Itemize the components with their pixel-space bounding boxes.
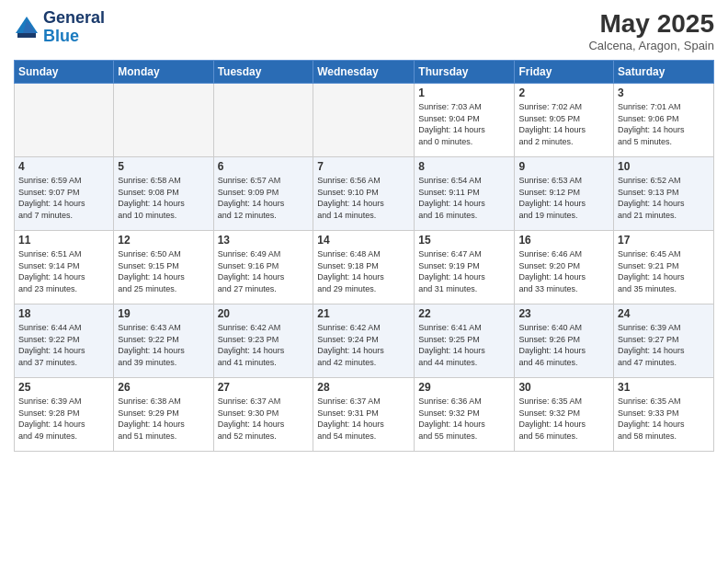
calendar-cell (213, 84, 313, 157)
day-number: 20 (218, 307, 310, 320)
day-number: 29 (418, 381, 510, 394)
day-number: 2 (518, 86, 609, 99)
calendar-week-1: 1Sunrise: 7:03 AM Sunset: 9:04 PM Daylig… (15, 84, 714, 157)
calendar-cell: 5Sunrise: 6:58 AM Sunset: 9:08 PM Daylig… (114, 157, 213, 231)
calendar-cell: 15Sunrise: 6:47 AM Sunset: 9:19 PM Dayli… (415, 231, 515, 304)
day-number: 5 (118, 160, 209, 173)
svg-rect-2 (17, 33, 36, 38)
calendar-cell: 27Sunrise: 6:37 AM Sunset: 9:30 PM Dayli… (213, 378, 313, 452)
month-title: May 2025 (588, 9, 714, 39)
day-number: 3 (618, 86, 710, 99)
day-info: Sunrise: 6:37 AM Sunset: 9:31 PM Dayligh… (317, 396, 410, 442)
day-number: 18 (18, 307, 109, 320)
day-number: 26 (118, 381, 209, 394)
calendar-cell: 22Sunrise: 6:41 AM Sunset: 9:25 PM Dayli… (415, 304, 515, 378)
day-info: Sunrise: 6:38 AM Sunset: 9:29 PM Dayligh… (118, 396, 209, 442)
day-number: 24 (618, 307, 710, 320)
calendar-cell: 13Sunrise: 6:49 AM Sunset: 9:16 PM Dayli… (213, 231, 313, 304)
calendar-week-5: 25Sunrise: 6:39 AM Sunset: 9:28 PM Dayli… (15, 378, 714, 452)
logo-text: General Blue (43, 9, 105, 46)
day-info: Sunrise: 6:46 AM Sunset: 9:20 PM Dayligh… (518, 248, 609, 294)
day-info: Sunrise: 6:37 AM Sunset: 9:30 PM Dayligh… (218, 396, 310, 442)
title-block: May 2025 Calcena, Aragon, Spain (588, 9, 714, 52)
day-info: Sunrise: 6:49 AM Sunset: 9:16 PM Dayligh… (218, 248, 310, 294)
calendar-cell: 16Sunrise: 6:46 AM Sunset: 9:20 PM Dayli… (515, 231, 614, 304)
calendar-week-4: 18Sunrise: 6:44 AM Sunset: 9:22 PM Dayli… (15, 304, 714, 378)
day-info: Sunrise: 6:44 AM Sunset: 9:22 PM Dayligh… (18, 322, 109, 368)
day-info: Sunrise: 6:58 AM Sunset: 9:08 PM Dayligh… (118, 175, 209, 221)
day-info: Sunrise: 6:47 AM Sunset: 9:19 PM Dayligh… (418, 248, 510, 294)
col-sunday: Sunday (15, 61, 114, 84)
calendar-cell: 3Sunrise: 7:01 AM Sunset: 9:06 PM Daylig… (614, 84, 714, 157)
day-number: 17 (618, 234, 710, 247)
col-friday: Friday (515, 61, 614, 84)
calendar-cell: 12Sunrise: 6:50 AM Sunset: 9:15 PM Dayli… (114, 231, 213, 304)
day-info: Sunrise: 7:03 AM Sunset: 9:04 PM Dayligh… (418, 101, 510, 147)
calendar-cell: 11Sunrise: 6:51 AM Sunset: 9:14 PM Dayli… (15, 231, 114, 304)
calendar-header-row: Sunday Monday Tuesday Wednesday Thursday… (15, 61, 714, 84)
day-number: 11 (18, 234, 109, 247)
calendar-cell: 10Sunrise: 6:52 AM Sunset: 9:13 PM Dayli… (614, 157, 714, 231)
day-number: 10 (618, 160, 710, 173)
col-saturday: Saturday (614, 61, 714, 84)
day-info: Sunrise: 6:59 AM Sunset: 9:07 PM Dayligh… (18, 175, 109, 221)
day-info: Sunrise: 6:50 AM Sunset: 9:15 PM Dayligh… (118, 248, 209, 294)
day-number: 6 (218, 160, 310, 173)
day-info: Sunrise: 6:41 AM Sunset: 9:25 PM Dayligh… (418, 322, 510, 368)
calendar-cell: 25Sunrise: 6:39 AM Sunset: 9:28 PM Dayli… (15, 378, 114, 452)
calendar-cell: 14Sunrise: 6:48 AM Sunset: 9:18 PM Dayli… (313, 231, 415, 304)
col-monday: Monday (114, 61, 213, 84)
calendar-week-2: 4Sunrise: 6:59 AM Sunset: 9:07 PM Daylig… (15, 157, 714, 231)
calendar-cell: 2Sunrise: 7:02 AM Sunset: 9:05 PM Daylig… (515, 84, 614, 157)
day-number: 22 (418, 307, 510, 320)
col-tuesday: Tuesday (213, 61, 313, 84)
calendar-cell: 7Sunrise: 6:56 AM Sunset: 9:10 PM Daylig… (313, 157, 415, 231)
calendar-cell: 30Sunrise: 6:35 AM Sunset: 9:32 PM Dayli… (515, 378, 614, 452)
day-number: 12 (118, 234, 209, 247)
day-info: Sunrise: 6:39 AM Sunset: 9:27 PM Dayligh… (618, 322, 710, 368)
calendar-cell: 31Sunrise: 6:35 AM Sunset: 9:33 PM Dayli… (614, 378, 714, 452)
calendar-cell: 29Sunrise: 6:36 AM Sunset: 9:32 PM Dayli… (415, 378, 515, 452)
calendar-cell: 19Sunrise: 6:43 AM Sunset: 9:22 PM Dayli… (114, 304, 213, 378)
day-info: Sunrise: 6:53 AM Sunset: 9:12 PM Dayligh… (518, 175, 609, 221)
day-info: Sunrise: 6:42 AM Sunset: 9:23 PM Dayligh… (218, 322, 310, 368)
calendar-cell: 8Sunrise: 6:54 AM Sunset: 9:11 PM Daylig… (415, 157, 515, 231)
day-info: Sunrise: 6:57 AM Sunset: 9:09 PM Dayligh… (218, 175, 310, 221)
day-number: 21 (317, 307, 410, 320)
day-number: 23 (518, 307, 609, 320)
calendar-cell: 18Sunrise: 6:44 AM Sunset: 9:22 PM Dayli… (15, 304, 114, 378)
day-info: Sunrise: 6:39 AM Sunset: 9:28 PM Dayligh… (18, 396, 109, 442)
day-info: Sunrise: 7:01 AM Sunset: 9:06 PM Dayligh… (618, 101, 710, 147)
day-info: Sunrise: 6:52 AM Sunset: 9:13 PM Dayligh… (618, 175, 710, 221)
day-info: Sunrise: 6:43 AM Sunset: 9:22 PM Dayligh… (118, 322, 209, 368)
col-wednesday: Wednesday (313, 61, 415, 84)
day-number: 27 (218, 381, 310, 394)
day-number: 19 (118, 307, 209, 320)
day-info: Sunrise: 6:36 AM Sunset: 9:32 PM Dayligh… (418, 396, 510, 442)
day-number: 16 (518, 234, 609, 247)
day-number: 31 (618, 381, 710, 394)
day-number: 30 (518, 381, 609, 394)
calendar-cell: 1Sunrise: 7:03 AM Sunset: 9:04 PM Daylig… (415, 84, 515, 157)
day-number: 28 (317, 381, 410, 394)
calendar-cell (114, 84, 213, 157)
calendar-cell: 24Sunrise: 6:39 AM Sunset: 9:27 PM Dayli… (614, 304, 714, 378)
calendar-cell: 26Sunrise: 6:38 AM Sunset: 9:29 PM Dayli… (114, 378, 213, 452)
calendar-cell: 23Sunrise: 6:40 AM Sunset: 9:26 PM Dayli… (515, 304, 614, 378)
day-number: 7 (317, 160, 410, 173)
day-number: 13 (218, 234, 310, 247)
day-number: 25 (18, 381, 109, 394)
logo-line2: Blue (43, 28, 105, 46)
day-info: Sunrise: 6:42 AM Sunset: 9:24 PM Dayligh… (317, 322, 410, 368)
day-info: Sunrise: 6:48 AM Sunset: 9:18 PM Dayligh… (317, 248, 410, 294)
calendar-cell (15, 84, 114, 157)
day-info: Sunrise: 6:54 AM Sunset: 9:11 PM Dayligh… (418, 175, 510, 221)
logo-icon (14, 15, 40, 40)
page: General Blue May 2025 Calcena, Aragon, S… (0, 0, 728, 563)
day-number: 4 (18, 160, 109, 173)
day-number: 1 (418, 86, 510, 99)
day-number: 15 (418, 234, 510, 247)
day-number: 8 (418, 160, 510, 173)
day-info: Sunrise: 6:40 AM Sunset: 9:26 PM Dayligh… (518, 322, 609, 368)
day-info: Sunrise: 6:35 AM Sunset: 9:33 PM Dayligh… (618, 396, 710, 442)
